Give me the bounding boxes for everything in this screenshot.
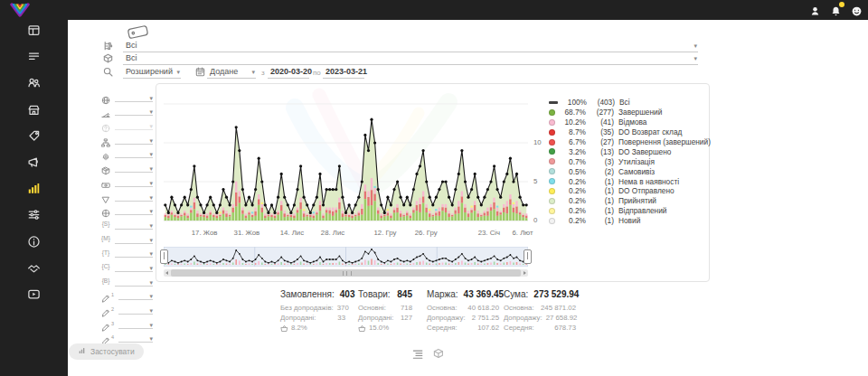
filter-select[interactable]: ▾	[115, 261, 153, 272]
legend-line-swatch	[549, 101, 558, 104]
sidebar-item-campaigns[interactable]	[27, 155, 42, 170]
x-tick-label: 28. Лис	[313, 229, 353, 237]
calendar-icon	[195, 67, 205, 77]
filter-row-pencil3: 3▾	[101, 316, 153, 331]
filter-select[interactable]: ▾	[118, 304, 153, 315]
chart-scrollbar[interactable]	[164, 269, 528, 277]
legend-percent: 68.7%	[559, 108, 586, 117]
stat-sub-label: Основна:	[427, 303, 458, 313]
filter-select[interactable]: ▾	[118, 332, 153, 343]
legend-item[interactable]: 68.7%(277)Завершений	[549, 108, 711, 118]
search-mode-select[interactable]: Розширений ▾	[123, 66, 181, 79]
filter-select[interactable]: ▾	[118, 318, 153, 329]
scroll-right-arrow[interactable]	[521, 269, 528, 277]
product-select[interactable]: Всі ▾	[123, 52, 698, 65]
chevron-down-icon: ▾	[149, 95, 153, 101]
filter-select[interactable]: ▾	[115, 219, 153, 230]
app-logo[interactable]	[8, 3, 32, 18]
legend-item[interactable]: 10.2%(41)Відмова	[549, 118, 711, 127]
product-cube-icon	[103, 53, 113, 63]
partners-icon	[27, 262, 41, 277]
variable-icon: {T}	[101, 249, 110, 256]
sidebar-item-promotions[interactable]	[27, 129, 42, 144]
package-icon	[101, 163, 110, 172]
date-from-label: з	[261, 69, 265, 77]
date-to-label: по	[313, 69, 321, 77]
sidebar-item-settings[interactable]	[27, 208, 42, 222]
sidebar-item-partners[interactable]	[27, 261, 42, 276]
filter-select[interactable]: ▾	[115, 176, 153, 187]
navigator-right-handle[interactable]	[524, 249, 532, 264]
filter-select[interactable]: ▾	[115, 147, 153, 158]
navigator-left-handle[interactable]	[160, 249, 168, 264]
customers-icon	[27, 77, 41, 92]
stat-column: Сума:273 529.94Основна:245 871.02Допрода…	[504, 289, 576, 334]
legend-count: (2)	[590, 167, 614, 176]
filter-select[interactable]: ▾	[118, 289, 153, 300]
filter-select[interactable]: ▾	[115, 91, 153, 102]
date-to-input[interactable]: 2023-03-21	[323, 66, 364, 79]
variable-icon: {M}	[101, 235, 110, 241]
profile-avatar-icon[interactable]	[851, 5, 863, 16]
legend-label: DO Отправлено	[618, 186, 675, 195]
sidebar-item-dashboard[interactable]	[27, 24, 42, 38]
legend-item[interactable]: 8.7%(35)DO Возврат склад	[549, 127, 711, 137]
legend-item[interactable]: 0.2%(1)Новий	[549, 216, 711, 226]
stat-sub-value: 107.62	[477, 323, 499, 333]
legend-dot-swatch	[549, 208, 555, 214]
list-view-toggle[interactable]	[411, 347, 423, 359]
sidebar-item-info[interactable]	[27, 235, 42, 249]
filter-select[interactable]: ▾	[115, 247, 153, 258]
legend-dot-swatch	[549, 188, 555, 194]
legend-item[interactable]: 100%(403)Всі	[549, 98, 711, 108]
sidebar-item-statistics[interactable]	[27, 182, 42, 196]
sidebar-item-store[interactable]	[27, 103, 42, 118]
category-select[interactable]: Всі ▾	[123, 40, 698, 52]
legend-label: Завершений	[618, 108, 662, 117]
chevron-down-icon: ▾	[693, 42, 697, 49]
info-icon	[27, 236, 41, 251]
sidebar-item-customers[interactable]	[27, 76, 42, 90]
apply-button[interactable]: Застосувати	[69, 343, 144, 360]
date-field-select[interactable]: Додане ▾	[207, 66, 256, 79]
filter-select[interactable]: ▾	[115, 276, 153, 287]
sidebar-item-orders[interactable]	[27, 50, 42, 64]
stat-title: Замовлення:	[280, 289, 335, 299]
main-chart[interactable]	[164, 91, 528, 229]
chevron-down-icon: ▾	[149, 293, 153, 299]
legend-item[interactable]: 0.2%(1)Прийнятий	[549, 196, 711, 206]
legend-item[interactable]: 0.2%(1)Нема в наявності	[549, 176, 711, 186]
product-view-toggle[interactable]	[433, 347, 445, 359]
chevron-down-icon: ▾	[149, 165, 153, 172]
legend-item[interactable]: 3.2%(13)DO Завершено	[549, 146, 711, 156]
scroll-left-arrow[interactable]	[164, 269, 171, 277]
legend-item[interactable]: 0.5%(2)Самовивіз	[549, 166, 711, 176]
basket-icon	[358, 324, 366, 333]
filter-select[interactable]: ▾	[115, 233, 153, 244]
date-from-input[interactable]: 2020-03-20	[268, 66, 309, 79]
filter-row-web: ▾	[101, 202, 153, 217]
stat-sub-label: Допродажу:	[504, 313, 542, 323]
legend-item[interactable]: 0.2%(1)Відправлений	[549, 206, 711, 216]
legend-item[interactable]: 0.7%(3)Утилізація	[549, 156, 711, 166]
x-tick-label: 17. Жов	[184, 229, 224, 237]
sidebar-item-video-guide[interactable]	[27, 287, 42, 302]
filter-select[interactable]: ▾	[115, 191, 153, 202]
legend-percent: 0.2%	[559, 206, 586, 215]
filter-select[interactable]: ▾	[115, 105, 153, 116]
filter-select[interactable]: ▾	[115, 204, 153, 215]
notifications-icon[interactable]	[830, 5, 842, 16]
legend-item[interactable]: 6.7%(27)Повернення (завершений)	[549, 137, 711, 147]
filter-select[interactable]: ▾	[115, 119, 153, 130]
chevron-down-icon: ▾	[149, 279, 153, 286]
user-menu-icon[interactable]	[809, 5, 821, 16]
scroll-thumb[interactable]	[171, 269, 521, 277]
filter-select[interactable]: ▾	[115, 162, 153, 173]
legend-item[interactable]: 0.2%(1)DO Отправлено	[549, 186, 711, 196]
legend-count: (1)	[590, 216, 614, 225]
filter-select[interactable]: ▾	[115, 134, 153, 145]
legend-count: (1)	[590, 177, 614, 186]
chart-navigator[interactable]	[164, 247, 528, 267]
apply-button-label: Застосувати	[90, 347, 135, 356]
filter-row-banknote: ▾	[101, 174, 153, 189]
